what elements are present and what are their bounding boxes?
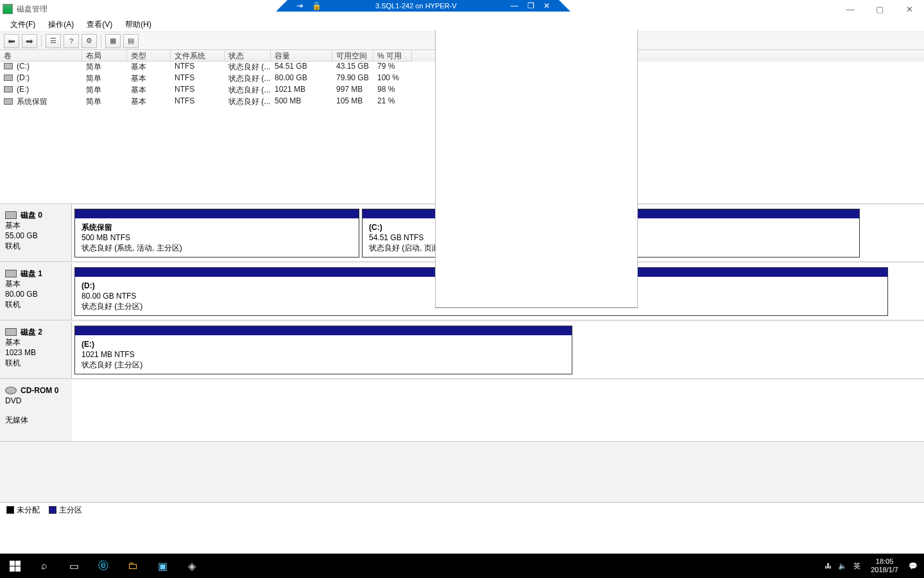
disk-name: 磁盘 1 bbox=[21, 269, 42, 278]
menu-view[interactable]: 查看(V) bbox=[81, 18, 117, 31]
hv-min-button[interactable]: — bbox=[511, 1, 518, 10]
task-view-button[interactable]: ▭ bbox=[59, 554, 89, 578]
tray-network-icon[interactable]: 🖧 bbox=[825, 562, 832, 570]
col-volume[interactable]: 卷 bbox=[0, 50, 82, 62]
window-title-bar: 磁盘管理 — ▢ ✕ ⇥ 🔒 3.SQL1-242 on HYPER-V — ❐… bbox=[0, 0, 924, 18]
disk-name: 磁盘 2 bbox=[21, 328, 42, 337]
properties-button[interactable]: ⚙ bbox=[81, 34, 97, 48]
partition-system-reserved[interactable]: 系统保留 500 MB NTFS 状态良好 (系统, 活动, 主分区) bbox=[74, 209, 359, 258]
disk-2-row[interactable]: 磁盘 2 基本 1023 MB 联机 (E:) 1021 MB NTFS 状态良… bbox=[0, 322, 924, 379]
menu-help[interactable]: 帮助(H) bbox=[120, 18, 157, 31]
forward-button[interactable]: ➡ bbox=[22, 34, 37, 48]
tray-volume-icon[interactable]: 🔈 bbox=[838, 562, 847, 570]
hyperv-connection-bar: ⇥ 🔒 3.SQL1-242 on HYPER-V — ❐ ✕ bbox=[276, 0, 570, 12]
hyperv-title: 3.SQL1-242 on HYPER-V bbox=[330, 2, 502, 10]
col-capacity[interactable]: 容量 bbox=[271, 50, 332, 62]
search-button[interactable]: ⌕ bbox=[30, 554, 59, 578]
hv-close-button[interactable]: ✕ bbox=[543, 1, 550, 10]
hv-max-button[interactable]: ❐ bbox=[527, 1, 535, 10]
view-grid-button[interactable]: ▦ bbox=[105, 34, 121, 48]
legend-unallocated-swatch bbox=[6, 506, 14, 514]
disk-icon bbox=[5, 328, 17, 336]
menu-file[interactable]: 文件(F) bbox=[5, 18, 40, 31]
disk-icon bbox=[5, 270, 17, 277]
col-layout[interactable]: 布局 bbox=[82, 50, 127, 62]
col-filesystem[interactable]: 文件系统 bbox=[171, 50, 225, 62]
menu-action[interactable]: 操作(A) bbox=[43, 18, 79, 31]
legend: 未分配 主分区 bbox=[0, 502, 924, 518]
window-close-button[interactable]: ✕ bbox=[894, 0, 924, 18]
taskbar: ⌕ ▭ ⓔ 🗀 ▣ ◈ 🖧 🔈 英 18:05 2018/1/7 💬 bbox=[0, 554, 924, 578]
ime-indicator[interactable]: 英 bbox=[853, 561, 860, 571]
explorer-icon[interactable]: 🗀 bbox=[118, 554, 148, 578]
clock[interactable]: 18:05 2018/1/7 bbox=[867, 557, 902, 574]
action-center-icon[interactable]: 💬 bbox=[909, 562, 918, 570]
app-icon bbox=[3, 4, 13, 14]
ie-icon[interactable]: ⓔ bbox=[89, 554, 118, 578]
disk-name: 磁盘 0 bbox=[21, 211, 42, 220]
floating-overlay bbox=[435, 30, 638, 308]
generic-app-icon[interactable]: ◈ bbox=[177, 554, 207, 578]
col-pct[interactable]: % 可用 bbox=[373, 50, 412, 62]
back-button[interactable]: ⬅ bbox=[4, 34, 19, 48]
disk-name: CD-ROM 0 bbox=[21, 386, 58, 395]
start-button[interactable] bbox=[0, 554, 30, 578]
view-detail-button[interactable]: ▤ bbox=[123, 34, 139, 48]
col-status[interactable]: 状态 bbox=[225, 50, 271, 62]
app-title: 磁盘管理 bbox=[17, 4, 47, 15]
partition-e[interactable]: (E:) 1021 MB NTFS 状态良好 (主分区) bbox=[74, 326, 572, 374]
refresh-button[interactable]: ☰ bbox=[46, 34, 61, 48]
lock-icon: 🔒 bbox=[312, 1, 321, 10]
window-min-button[interactable]: — bbox=[835, 0, 865, 18]
cdrom-row[interactable]: CD-ROM 0 DVD 无媒体 bbox=[0, 380, 924, 442]
legend-primary-swatch bbox=[49, 506, 56, 514]
server-manager-icon[interactable]: ▣ bbox=[148, 554, 177, 578]
help-button[interactable]: ? bbox=[64, 34, 79, 48]
col-free[interactable]: 可用空间 bbox=[332, 50, 373, 62]
window-max-button[interactable]: ▢ bbox=[865, 0, 894, 18]
col-type[interactable]: 类型 bbox=[127, 50, 171, 62]
disk-icon bbox=[5, 211, 17, 219]
pin-icon[interactable]: ⇥ bbox=[296, 1, 303, 10]
cdrom-icon bbox=[5, 387, 17, 394]
